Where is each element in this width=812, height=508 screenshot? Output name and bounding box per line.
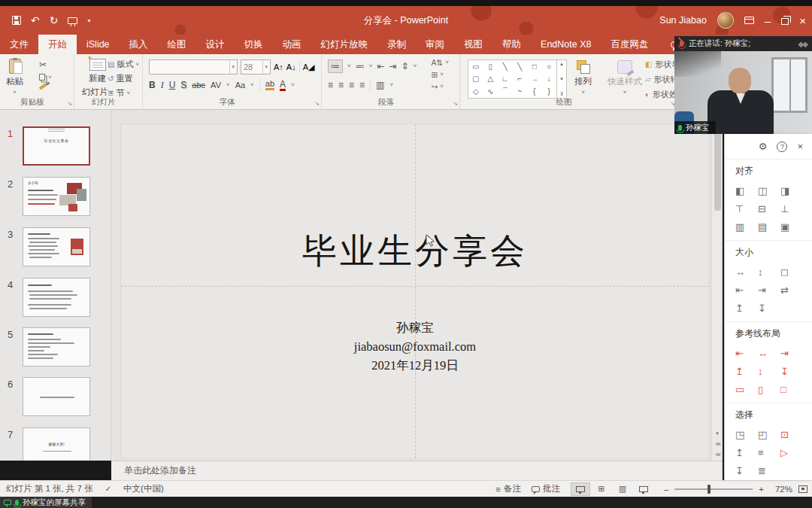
- normal-view-button[interactable]: [571, 482, 590, 496]
- slide-thumbnail-3[interactable]: 3: [0, 227, 111, 266]
- minimize-button[interactable]: –: [765, 15, 771, 26]
- align-middle-icon[interactable]: ⊟: [758, 203, 780, 214]
- align-left-button[interactable]: ≡: [328, 80, 333, 90]
- align-left-icon[interactable]: ◧: [735, 185, 758, 196]
- ribbon-tab[interactable]: 录制: [377, 35, 416, 54]
- slide-title-text[interactable]: 毕业生分享会: [121, 228, 709, 275]
- ribbon-tab[interactable]: 文件: [0, 35, 38, 54]
- shape-tool[interactable]: →: [531, 75, 538, 83]
- panel-settings-icon[interactable]: ⚙: [759, 141, 768, 152]
- quick-styles-button[interactable]: 快速样式 ˅: [607, 60, 642, 96]
- zoom-slider[interactable]: [674, 488, 753, 490]
- stretch-left-icon[interactable]: ⇤: [735, 284, 758, 296]
- share-status-chip[interactable]: 孙稼宝的屏幕共享: [0, 497, 92, 508]
- align-bottom-icon[interactable]: ⊥: [780, 203, 803, 214]
- ribbon-tab[interactable]: 百度网盘: [601, 35, 659, 54]
- select-similar-icon[interactable]: ◰: [758, 429, 780, 440]
- distribute-vertical-icon[interactable]: ▤: [758, 221, 780, 233]
- columns-button[interactable]: ▥: [376, 80, 384, 90]
- meeting-video-window[interactable]: 正在讲话: 孙稼宝; ◆◆ 孙稼宝: [674, 36, 812, 134]
- clear-formatting-icon[interactable]: A◢: [303, 62, 315, 72]
- notes-toggle-button[interactable]: ≡备注: [495, 483, 521, 494]
- panel-help-icon[interactable]: ?: [777, 141, 787, 152]
- align-text-button[interactable]: ⊞˅: [432, 70, 444, 79]
- align-center-button[interactable]: ≡: [338, 80, 344, 90]
- shape-tool[interactable]: ∿: [487, 87, 493, 96]
- ribbon-tab[interactable]: 插入: [120, 35, 158, 54]
- slide-thumbnail-4[interactable]: 4: [0, 278, 111, 317]
- ribbon-tab[interactable]: 开始: [38, 35, 77, 54]
- slideshow-view-button[interactable]: [634, 482, 653, 496]
- slide-thumbnail-1[interactable]: 1 毕业生分享会: [0, 126, 111, 166]
- increase-indent-icon[interactable]: ⇥: [389, 61, 396, 71]
- paste-button[interactable]: 粘贴 ˅: [6, 59, 23, 96]
- guide-right-icon[interactable]: ⇥: [780, 348, 803, 359]
- numbering-button[interactable]: ≕: [356, 61, 365, 71]
- change-case-button[interactable]: Aa: [235, 81, 245, 90]
- grow-font-icon[interactable]: A↑: [274, 62, 283, 71]
- slide-thumbnail-6[interactable]: 6: [0, 377, 111, 416]
- slide-thumbnail-7[interactable]: 7 谢谢大家!: [0, 427, 111, 461]
- convert-smartart-button[interactable]: ↪˅: [432, 82, 444, 91]
- distribute-horizontal-icon[interactable]: ▥: [735, 221, 758, 233]
- guide-center-v-icon[interactable]: ↕: [758, 366, 780, 377]
- italic-button[interactable]: I: [161, 80, 164, 91]
- lasso-select-icon[interactable]: ▷: [780, 447, 803, 458]
- layer-middle-icon[interactable]: ≡: [758, 447, 780, 458]
- align-right-button[interactable]: ≡: [349, 80, 354, 90]
- shape-tool[interactable]: ▢: [472, 75, 479, 83]
- shape-tool[interactable]: □: [532, 62, 537, 71]
- font-dialog-launcher[interactable]: ↘: [314, 100, 320, 107]
- notes-pane[interactable]: 单击此处添加备注: [111, 461, 723, 480]
- decrease-indent-icon[interactable]: ⇤: [377, 61, 384, 71]
- font-name-combo[interactable]: ▾: [149, 59, 238, 75]
- guide-center-h-icon[interactable]: ↔: [758, 348, 780, 359]
- zoom-percentage[interactable]: 72%: [770, 485, 792, 494]
- reset-button[interactable]: ↺重置: [108, 73, 139, 84]
- gallery-down-icon[interactable]: ▾: [560, 76, 563, 82]
- ribbon-tab[interactable]: 帮助: [492, 35, 531, 54]
- account-avatar[interactable]: [717, 12, 734, 29]
- shape-tool[interactable]: ⌐: [517, 75, 522, 83]
- editor-scrollbar[interactable]: ▴ ▾ ∧∧ ∨∨: [711, 110, 723, 461]
- zoom-slider-handle[interactable]: [707, 485, 710, 494]
- panel-close-icon[interactable]: ×: [797, 141, 803, 152]
- bold-button[interactable]: B: [149, 80, 156, 90]
- fit-to-window-icon[interactable]: [798, 485, 807, 493]
- previous-slide-icon[interactable]: ∧∧: [715, 441, 720, 447]
- arrange-button[interactable]: 排列 ˅: [574, 60, 592, 96]
- align-to-slide-icon[interactable]: ▣: [780, 221, 803, 233]
- bullets-button[interactable]: ≔: [328, 59, 343, 73]
- text-direction-button[interactable]: A⇅˅: [432, 58, 449, 67]
- scroll-down-icon[interactable]: ▾: [716, 430, 719, 437]
- layer-bottom-icon[interactable]: ↧: [735, 465, 758, 476]
- guide-left-icon[interactable]: ⇤: [735, 348, 758, 359]
- ribbon-tab[interactable]: 视图: [454, 35, 492, 54]
- cut-icon[interactable]: ✂: [39, 60, 47, 69]
- comments-toggle-button[interactable]: 批注: [532, 483, 560, 494]
- select-objects-icon[interactable]: ◳: [735, 429, 758, 440]
- shape-tool[interactable]: ∟: [501, 75, 509, 83]
- guide-fit-width-icon[interactable]: ▭: [735, 384, 758, 395]
- strikethrough-button[interactable]: abc: [192, 81, 205, 90]
- multi-select-icon[interactable]: ⊡: [780, 429, 803, 440]
- next-slide-icon[interactable]: ∨∨: [715, 452, 720, 458]
- ribbon-tab[interactable]: iSlide: [77, 35, 120, 54]
- stretch-bottom-icon[interactable]: ↧: [758, 303, 780, 314]
- align-center-icon[interactable]: ◫: [758, 185, 780, 196]
- paragraph-dialog-launcher[interactable]: ↘: [453, 100, 458, 107]
- language-status[interactable]: 中文(中国): [123, 483, 164, 494]
- slide-canvas[interactable]: 毕业生分享会 孙稼宝 jiabaosun@foxmail.com 2021年12…: [120, 123, 710, 459]
- guide-fit-height-icon[interactable]: ▯: [758, 384, 780, 395]
- shape-tool[interactable]: ╲: [503, 62, 508, 71]
- shape-tool[interactable]: ○: [547, 62, 551, 71]
- align-top-icon[interactable]: ⊤: [735, 203, 758, 214]
- shape-tool[interactable]: ~: [517, 87, 522, 96]
- ribbon-tab[interactable]: 动画: [273, 35, 311, 54]
- ribbon-tab[interactable]: EndNote X8: [531, 35, 601, 54]
- ribbon-tab[interactable]: 绘图: [158, 35, 196, 54]
- guide-bottom-icon[interactable]: ↧: [780, 366, 803, 377]
- shape-tool[interactable]: }: [548, 87, 550, 96]
- shape-tool[interactable]: ▭: [472, 62, 479, 71]
- shrink-font-icon[interactable]: A↓: [286, 62, 296, 71]
